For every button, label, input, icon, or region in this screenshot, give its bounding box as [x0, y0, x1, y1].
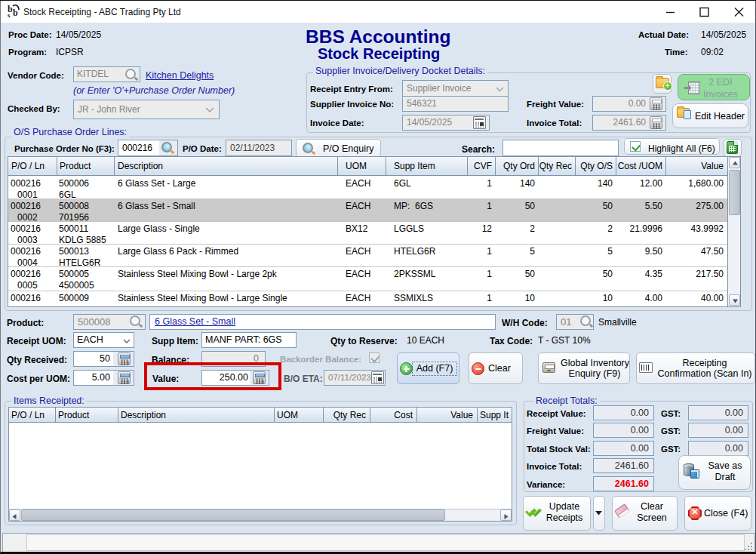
svg-text:b: b	[13, 8, 18, 18]
svg-text:s: s	[8, 11, 11, 18]
